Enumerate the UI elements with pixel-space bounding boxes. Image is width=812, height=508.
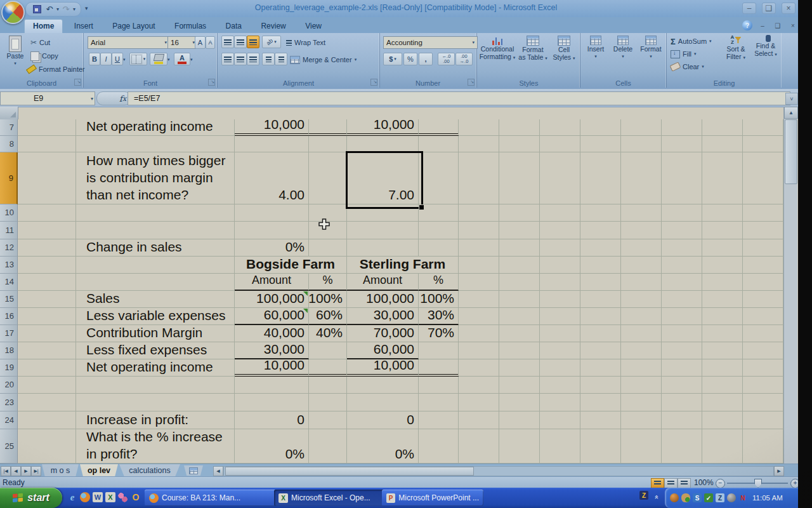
task-button-3[interactable]: PMicrosoft PowerPoint ... bbox=[382, 490, 483, 506]
cell-I23[interactable] bbox=[540, 394, 580, 411]
cell-E19[interactable]: 10,000 bbox=[347, 359, 419, 377]
cell-A16[interactable] bbox=[18, 308, 76, 325]
cell-L10[interactable] bbox=[662, 204, 702, 222]
cell-H25[interactable] bbox=[499, 429, 540, 464]
cell-N17[interactable] bbox=[743, 325, 783, 342]
row-header-8[interactable]: 8 bbox=[0, 136, 18, 152]
sort-filter-button[interactable]: AZ Sort & Filter ▾ bbox=[721, 35, 750, 62]
cell-M7[interactable] bbox=[702, 119, 743, 136]
formula-bar-expand-button[interactable]: ˅ bbox=[785, 93, 798, 105]
cell-F14[interactable]: % bbox=[419, 274, 459, 291]
firefox-icon[interactable] bbox=[80, 492, 90, 502]
cell-C19[interactable]: 10,000 bbox=[235, 359, 309, 377]
cell-J8[interactable] bbox=[580, 136, 621, 152]
cell-F8[interactable] bbox=[419, 136, 459, 152]
clipboard-dialog-launcher[interactable]: ↘ bbox=[74, 79, 81, 86]
increase-indent-button[interactable] bbox=[275, 53, 287, 65]
cell-E16[interactable]: 30,000 bbox=[347, 308, 419, 325]
cell-N11[interactable] bbox=[743, 222, 783, 239]
cell-I24[interactable] bbox=[540, 411, 580, 429]
cell-A17[interactable] bbox=[18, 325, 76, 342]
cell-N20[interactable] bbox=[743, 377, 783, 394]
cell-J20[interactable] bbox=[580, 377, 621, 394]
cell-M17[interactable] bbox=[702, 325, 743, 342]
cell-M24[interactable] bbox=[702, 411, 743, 429]
cell-F12[interactable] bbox=[419, 239, 459, 257]
cell-J16[interactable] bbox=[580, 308, 621, 325]
cell-G17[interactable] bbox=[459, 325, 499, 342]
cell-M16[interactable] bbox=[702, 308, 743, 325]
cell-B18[interactable]: Less fixed expenses bbox=[76, 342, 235, 359]
cell-G25[interactable] bbox=[459, 429, 499, 464]
cell-H23[interactable] bbox=[499, 394, 540, 411]
prev-sheet-button[interactable]: ◀ bbox=[11, 466, 21, 476]
align-left-button[interactable] bbox=[221, 53, 234, 65]
cell-C16[interactable]: 60,000 bbox=[235, 308, 309, 325]
cell-I20[interactable] bbox=[540, 377, 580, 394]
percent-button[interactable]: % bbox=[403, 53, 417, 65]
cell-J15[interactable] bbox=[580, 291, 621, 308]
row-header-16[interactable]: 16 bbox=[0, 308, 18, 325]
cell-M13[interactable] bbox=[702, 257, 743, 274]
cell-E12[interactable] bbox=[347, 239, 419, 257]
bottom-align-button[interactable] bbox=[247, 36, 259, 48]
cell-K16[interactable] bbox=[621, 308, 662, 325]
cell-G12[interactable] bbox=[459, 239, 499, 257]
italic-button[interactable]: I bbox=[100, 53, 112, 65]
cell-G8[interactable] bbox=[459, 136, 499, 152]
cell-L7[interactable] bbox=[662, 119, 702, 136]
cell-L9[interactable] bbox=[662, 152, 702, 204]
hscroll-right-button[interactable]: ▶ bbox=[774, 466, 784, 476]
format-painter-button[interactable]: Format Painter bbox=[27, 64, 85, 75]
cell-D20[interactable] bbox=[309, 377, 347, 394]
format-cells-button[interactable]: Format▾ bbox=[638, 36, 664, 60]
cell-I17[interactable] bbox=[540, 325, 580, 342]
merge-center-button[interactable]: Merge & Center▾ bbox=[290, 54, 357, 65]
row-header-17[interactable]: 17 bbox=[0, 325, 18, 342]
conditional-formatting-button[interactable]: Conditional Formatting ▾ bbox=[479, 36, 516, 62]
cell-M20[interactable] bbox=[702, 377, 743, 394]
row-header-9[interactable]: 9 bbox=[0, 152, 18, 204]
cell-H14[interactable] bbox=[499, 274, 540, 291]
close-button[interactable]: × bbox=[782, 3, 796, 14]
cell-J14[interactable] bbox=[580, 274, 621, 291]
cell-N16[interactable] bbox=[743, 308, 783, 325]
show-hidden-icons-button[interactable]: » bbox=[652, 491, 660, 499]
cell-H8[interactable] bbox=[499, 136, 540, 152]
row-header-10[interactable]: 10 bbox=[0, 204, 18, 222]
align-center-button[interactable] bbox=[234, 53, 247, 65]
cell-A18[interactable] bbox=[18, 342, 76, 359]
cell-M8[interactable] bbox=[702, 136, 743, 152]
cell-E11[interactable] bbox=[347, 222, 419, 239]
cell-L19[interactable] bbox=[662, 359, 702, 377]
cell-M12[interactable] bbox=[702, 239, 743, 257]
row-header-12[interactable]: 12 bbox=[0, 239, 18, 257]
number-format-combo[interactable]: Accounting▾ bbox=[383, 36, 478, 49]
tab-page-layout[interactable]: Page Layout bbox=[104, 20, 163, 33]
cell-A10[interactable] bbox=[18, 204, 76, 222]
notification-icon[interactable]: Z bbox=[639, 491, 648, 500]
cell-A12[interactable] bbox=[18, 239, 76, 257]
cell-F16[interactable]: 30% bbox=[419, 308, 459, 325]
cell-G20[interactable] bbox=[459, 377, 499, 394]
cell-M11[interactable] bbox=[702, 222, 743, 239]
cell-N9[interactable] bbox=[743, 152, 783, 204]
cell-F24[interactable] bbox=[419, 411, 459, 429]
cell-F18[interactable] bbox=[419, 342, 459, 359]
cell-E24[interactable]: 0 bbox=[347, 411, 419, 429]
cell-N7[interactable] bbox=[743, 119, 783, 136]
antivirus-icon[interactable]: ✓ bbox=[704, 493, 713, 502]
cell-D8[interactable] bbox=[309, 136, 347, 152]
row-header-24[interactable]: 24 bbox=[0, 411, 18, 429]
update-icon[interactable] bbox=[727, 493, 736, 502]
cell-N15[interactable] bbox=[743, 291, 783, 308]
cell-A8[interactable] bbox=[18, 136, 76, 152]
cell-L25[interactable] bbox=[662, 429, 702, 464]
cell-G15[interactable] bbox=[459, 291, 499, 308]
tab-home[interactable]: Home bbox=[24, 19, 63, 33]
cell-K7[interactable] bbox=[621, 119, 662, 136]
cell-D18[interactable] bbox=[309, 342, 347, 359]
cell-I16[interactable] bbox=[540, 308, 580, 325]
cell-J10[interactable] bbox=[580, 204, 621, 222]
cell-K8[interactable] bbox=[621, 136, 662, 152]
